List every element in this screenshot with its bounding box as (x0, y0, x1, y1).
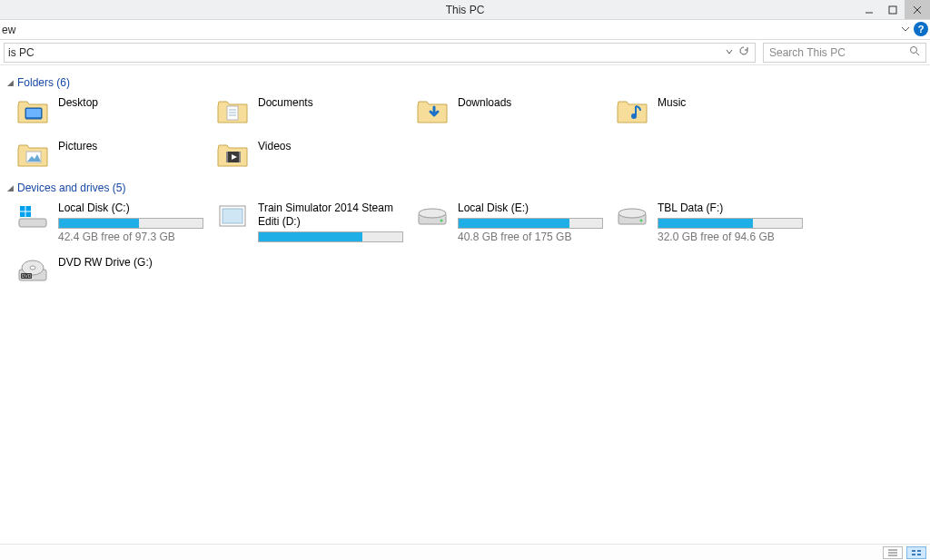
svg-rect-24 (223, 209, 242, 223)
minimize-button[interactable] (857, 0, 881, 19)
drive-item-g[interactable]: DVD DVD RW Drive (G:) (13, 252, 203, 289)
view-tiles-button[interactable] (906, 546, 926, 559)
drive-label: Train Simulator 2014 Steam Editi (D:) (258, 201, 394, 229)
svg-point-33 (30, 266, 35, 270)
svg-rect-1 (889, 6, 896, 14)
folders-grid: Desktop Documents Downloads (13, 93, 923, 172)
drives-grid: Local Disk (C:) 42.4 GB free of 97.3 GB … (13, 198, 923, 289)
folder-item-documents[interactable]: Documents (213, 93, 403, 129)
svg-point-30 (640, 220, 643, 222)
drive-label: DVD RW Drive (G:) (58, 256, 153, 270)
folder-label: Downloads (458, 96, 511, 110)
address-history-dropdown-icon[interactable] (722, 47, 737, 57)
svg-rect-19 (19, 219, 46, 227)
status-bar (0, 544, 930, 560)
address-row: is PC Search This PC (0, 40, 930, 65)
collapse-icon: ◢ (7, 183, 14, 192)
folder-item-pictures[interactable]: Pictures (13, 136, 203, 172)
pictures-icon (15, 138, 51, 171)
folder-item-music[interactable]: Music (612, 93, 803, 129)
window-title: This PC (446, 4, 485, 16)
svg-rect-7 (26, 109, 41, 117)
ribbon-row: ew ? (0, 20, 930, 40)
group-header-label: Devices and drives (5) (17, 182, 125, 194)
titlebar: This PC (0, 0, 930, 20)
ribbon-collapse-icon[interactable] (901, 24, 910, 36)
hdd-icon (614, 200, 650, 232)
folder-label: Pictures (58, 140, 97, 153)
folder-label: Desktop (58, 96, 98, 110)
svg-point-27 (440, 220, 443, 222)
address-bar[interactable]: is PC (4, 43, 756, 63)
downloads-icon (414, 94, 450, 127)
content-area: ◢ Folders (6) Desktop Docume (0, 65, 930, 290)
svg-point-29 (618, 209, 646, 218)
svg-rect-40 (917, 550, 921, 552)
group-header-folders[interactable]: ◢ Folders (6) (7, 76, 923, 89)
disc-image-icon (214, 200, 251, 232)
capacity-bar (58, 218, 203, 229)
drive-label: Local Disk (C:) (58, 201, 203, 215)
drive-item-f[interactable]: TBL Data (F:) 32.0 GB free of 94.6 GB (612, 198, 803, 245)
drive-label: TBL Data (F:) (658, 201, 803, 215)
svg-rect-39 (912, 550, 915, 552)
group-header-drives[interactable]: ◢ Devices and drives (5) (7, 182, 923, 194)
hdd-icon (414, 200, 450, 232)
group-header-label: Folders (6) (17, 76, 70, 89)
dvd-drive-icon: DVD (15, 254, 51, 287)
svg-rect-42 (917, 554, 921, 555)
folder-label: Music (658, 96, 686, 110)
drive-item-c[interactable]: Local Disk (C:) 42.4 GB free of 97.3 GB (13, 198, 203, 245)
address-path: is PC (8, 46, 722, 59)
drive-subtext: 40.8 GB free of 175 GB (458, 231, 603, 243)
search-icon (909, 45, 920, 59)
windows-volume-icon (15, 200, 51, 232)
folder-item-downloads[interactable]: Downloads (412, 93, 603, 129)
search-placeholder: Search This PC (769, 46, 909, 59)
svg-rect-16 (226, 152, 228, 162)
drive-item-e[interactable]: Local Disk (E:) 40.8 GB free of 175 GB (412, 198, 603, 245)
window-buttons (857, 0, 930, 19)
svg-point-26 (419, 209, 446, 218)
svg-line-5 (916, 53, 919, 55)
music-icon (614, 94, 650, 127)
capacity-bar (258, 231, 403, 242)
drive-subtext: 42.4 GB free of 97.3 GB (58, 231, 203, 243)
folder-label: Documents (258, 96, 313, 110)
desktop-icon (15, 94, 51, 127)
svg-point-12 (631, 113, 637, 119)
view-details-button[interactable] (883, 546, 903, 559)
drive-subtext: 32.0 GB free of 94.6 GB (658, 231, 803, 243)
svg-rect-41 (912, 554, 915, 555)
help-icon[interactable]: ? (914, 22, 928, 36)
capacity-bar (458, 218, 603, 229)
folder-item-videos[interactable]: Videos (213, 136, 403, 172)
drive-label: Local Disk (E:) (458, 201, 603, 215)
folder-label: Videos (258, 140, 291, 153)
folder-item-desktop[interactable]: Desktop (13, 93, 203, 129)
collapse-icon: ◢ (7, 78, 14, 87)
refresh-icon[interactable] (737, 45, 751, 59)
close-button[interactable] (905, 0, 930, 19)
capacity-bar (658, 218, 803, 229)
documents-icon (214, 94, 251, 127)
ribbon-tab-fragment[interactable]: ew (2, 24, 15, 36)
svg-rect-17 (239, 152, 241, 162)
search-box[interactable]: Search This PC (763, 43, 926, 63)
maximize-button[interactable] (881, 0, 905, 19)
svg-point-4 (911, 47, 917, 54)
drive-item-d[interactable]: Train Simulator 2014 Steam Editi (D:) (213, 198, 403, 245)
videos-icon (214, 138, 251, 171)
svg-text:DVD: DVD (22, 273, 32, 279)
